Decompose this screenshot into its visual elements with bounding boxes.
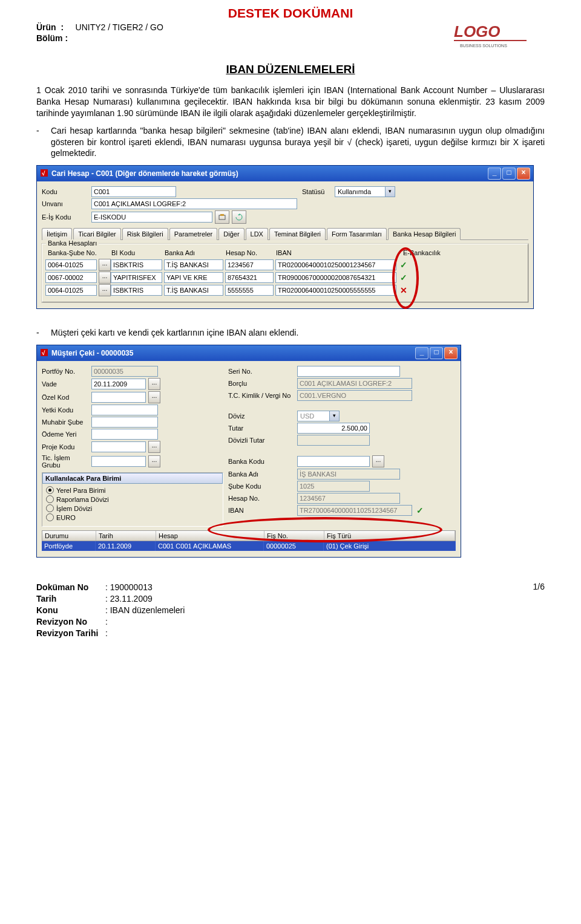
musteri-ceki-dialog: √ Müşteri Çeki - 00000035 _ □ × Portföy … (36, 345, 461, 558)
eis-input[interactable] (91, 212, 212, 223)
unvani-label: Unvanı (42, 200, 89, 207)
radio-raporlama[interactable]: Raporlama Dövizi (46, 495, 219, 503)
bikodu-input[interactable] (111, 285, 162, 296)
dialog-title: Cari Hesap - C001 (Diğer dönemlerde hare… (51, 169, 238, 178)
iban-input[interactable] (275, 259, 396, 270)
ellipsis-button[interactable]: ... (99, 259, 111, 271)
unvani-input[interactable] (91, 198, 297, 209)
bankadi-input[interactable] (164, 285, 223, 296)
tab-ticari[interactable]: Ticari Bilgiler (73, 228, 121, 240)
yetki-label: Yetki Kodu (42, 406, 89, 414)
iban-input[interactable] (275, 272, 396, 283)
doviz-value: USD (298, 412, 329, 420)
ellipsis-button[interactable]: ... (372, 455, 384, 467)
window-controls: _ □ × (488, 168, 530, 180)
ticislem-input[interactable] (91, 456, 146, 467)
borclu-label: Borçlu (228, 380, 295, 387)
sube-input[interactable] (45, 272, 97, 283)
maximize-button[interactable]: □ (430, 347, 443, 359)
cell-hesap: C001 C001 AÇIKLAMAS (156, 541, 264, 551)
radio-icon (46, 495, 54, 503)
minimize-button[interactable]: _ (488, 168, 501, 180)
refresh-icon[interactable] (232, 210, 246, 224)
check-icon: ✓ (398, 260, 409, 270)
bikodu-input[interactable] (111, 272, 162, 283)
ellipsis-button[interactable]: ... (99, 272, 111, 284)
tab-form[interactable]: Form Tasarımları (327, 228, 387, 240)
grid-row[interactable]: Portföyde 20.11.2009 C001 C001 AÇIKLAMAS… (42, 541, 456, 551)
ozelkod-input[interactable] (91, 392, 146, 403)
ellipsis-button[interactable]: ... (148, 441, 160, 453)
bankadi-input[interactable] (164, 272, 223, 283)
dokuman-no-label: Doküman No (36, 582, 88, 592)
ellipsis-button[interactable]: ... (148, 378, 160, 390)
svg-text:√: √ (42, 170, 45, 177)
hesapno-label: Hesap No. (228, 495, 295, 502)
tarih-value: 23.11.2009 (110, 594, 153, 604)
kodu-input[interactable] (91, 186, 176, 197)
dokuman-no: 190000013 (110, 582, 153, 592)
radio-islem[interactable]: İşlem Dövizi (46, 504, 219, 512)
svg-text:BUSINESS SOLUTIONS: BUSINESS SOLUTIONS (460, 44, 507, 48)
seri-input[interactable] (297, 366, 400, 377)
ellipsis-button[interactable]: ... (148, 455, 160, 467)
tab-ldx[interactable]: LDX (246, 228, 268, 240)
bikodu-input[interactable] (111, 259, 162, 270)
bullet-body-1: Cari hesap kartlarında "banka hesap bilg… (51, 125, 545, 160)
iban-input[interactable] (275, 285, 396, 296)
logo-icon: LOGO BUSINESS SOLUTIONS (454, 22, 545, 54)
tab-teminat[interactable]: Teminat Bilgileri (269, 228, 326, 240)
doviz-combo[interactable]: USD▾ (297, 411, 340, 421)
chevron-down-icon[interactable]: ▾ (385, 187, 395, 197)
banka-row: ... ✓ (45, 272, 525, 284)
hesap-input[interactable] (225, 272, 274, 283)
tutar-input[interactable] (297, 423, 370, 434)
window-controls: _ □ × (415, 347, 458, 359)
check-icon: ✓ (398, 273, 409, 282)
statusu-value: Kullanımda (335, 188, 385, 195)
tab-parametreler[interactable]: Parametreler (169, 228, 218, 240)
bullet-dash: - (36, 125, 51, 160)
close-button[interactable]: × (517, 168, 530, 180)
ellipsis-button[interactable]: ... (148, 391, 160, 403)
tab-iletisim[interactable]: İletişim (42, 228, 72, 240)
footer-meta: Doküman No : 190000013 Tarih : 23.11.200… (36, 582, 185, 639)
banka-frame-title: Banka Hesapları (46, 239, 99, 247)
sube-input[interactable] (45, 285, 97, 296)
tab-risk[interactable]: Risk Bilgileri (122, 228, 168, 240)
svg-rect-1 (454, 40, 527, 41)
hesap-input[interactable] (225, 285, 274, 296)
radio-yerel[interactable]: Yerel Para Birimi (46, 486, 219, 494)
sube-input[interactable] (45, 259, 97, 270)
ellipsis-button[interactable]: ... (99, 284, 111, 296)
radio-label: EURO (56, 514, 76, 521)
cari-hesap-body: Kodu Statüsü Kullanımda ▾ Unvanı E-İş Ko… (37, 181, 533, 308)
proje-input[interactable] (91, 441, 146, 452)
bankadi-input[interactable] (164, 259, 223, 270)
muhabir-input[interactable] (91, 417, 158, 428)
titlebar: √ Müşteri Çeki - 00000035 _ □ × (37, 345, 461, 361)
minimize-button[interactable]: _ (415, 347, 428, 359)
vade-input[interactable] (91, 379, 146, 389)
portfoy-label: Portföy No. (42, 368, 89, 375)
cell-fisturu: (01) Çek Girişi (324, 541, 456, 551)
cell-fisno: 00000025 (264, 541, 324, 551)
yetki-input[interactable] (91, 405, 158, 415)
odeme-input[interactable] (91, 429, 158, 440)
tab-banka[interactable]: Banka Hesap Bilgileri (388, 228, 461, 240)
bankakodu-input[interactable] (297, 456, 370, 467)
app-icon: √ (40, 169, 48, 179)
browse-icon[interactable] (215, 210, 229, 224)
portfoy-input (91, 366, 158, 377)
tckimlik-input (297, 390, 412, 401)
hdr-tarih: Tarih (96, 531, 156, 541)
statusu-combo[interactable]: Kullanımda ▾ (335, 186, 395, 197)
tab-diger[interactable]: Diğer (218, 228, 244, 240)
subekodu-label: Şube Kodu (228, 483, 295, 490)
maximize-button[interactable]: □ (502, 168, 516, 180)
close-button[interactable]: × (444, 347, 458, 359)
hesap-input[interactable] (225, 259, 274, 270)
chevron-down-icon[interactable]: ▾ (329, 411, 339, 421)
borclu-input (297, 378, 412, 389)
radio-euro[interactable]: EURO (46, 513, 219, 521)
